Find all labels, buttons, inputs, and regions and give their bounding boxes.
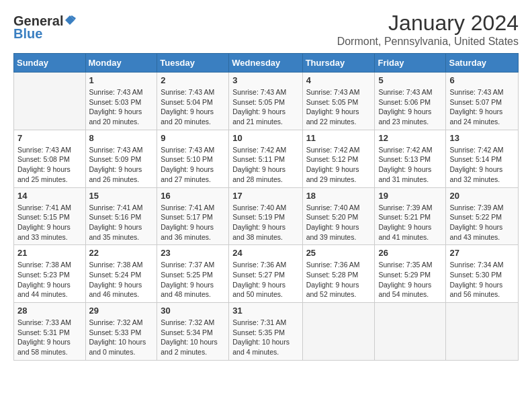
day-info: Sunrise: 7:34 AM Sunset: 5:30 PM Dayligh…: [449, 260, 515, 300]
calendar-cell: 18Sunrise: 7:40 AM Sunset: 5:20 PM Dayli…: [302, 187, 375, 245]
calendar-cell: 6Sunrise: 7:43 AM Sunset: 5:07 PM Daylig…: [446, 73, 519, 130]
calendar-table: SundayMondayTuesdayWednesdayThursdayFrid…: [13, 53, 519, 361]
day-number: 23: [161, 248, 225, 258]
day-info: Sunrise: 7:40 AM Sunset: 5:19 PM Dayligh…: [232, 203, 298, 242]
day-info: Sunrise: 7:43 AM Sunset: 5:06 PM Dayligh…: [378, 87, 442, 127]
day-info: Sunrise: 7:39 AM Sunset: 5:21 PM Dayligh…: [378, 203, 442, 242]
day-info: Sunrise: 7:32 AM Sunset: 5:34 PM Dayligh…: [161, 318, 225, 357]
day-number: 15: [89, 191, 154, 201]
calendar-cell: 16Sunrise: 7:41 AM Sunset: 5:17 PM Dayli…: [157, 187, 229, 245]
week-row-2: 7Sunrise: 7:43 AM Sunset: 5:08 PM Daylig…: [14, 130, 519, 187]
day-info: Sunrise: 7:36 AM Sunset: 5:28 PM Dayligh…: [306, 260, 371, 300]
calendar-cell: 11Sunrise: 7:42 AM Sunset: 5:12 PM Dayli…: [302, 130, 375, 187]
calendar-cell: 22Sunrise: 7:38 AM Sunset: 5:24 PM Dayli…: [85, 245, 157, 303]
logo: General Blue: [13, 13, 76, 42]
calendar-cell: [446, 303, 519, 361]
day-number: 10: [232, 133, 298, 143]
calendar-cell: 24Sunrise: 7:36 AM Sunset: 5:27 PM Dayli…: [229, 245, 302, 303]
day-info: Sunrise: 7:37 AM Sunset: 5:25 PM Dayligh…: [161, 260, 225, 300]
day-info: Sunrise: 7:38 AM Sunset: 5:23 PM Dayligh…: [17, 260, 82, 300]
weekday-header-wednesday: Wednesday: [229, 54, 302, 73]
day-info: Sunrise: 7:43 AM Sunset: 5:05 PM Dayligh…: [232, 87, 298, 127]
calendar-cell: 2Sunrise: 7:43 AM Sunset: 5:04 PM Daylig…: [157, 73, 229, 130]
day-number: 16: [161, 191, 225, 201]
day-info: Sunrise: 7:43 AM Sunset: 5:03 PM Dayligh…: [89, 87, 154, 127]
logo-blue-text: Blue: [13, 26, 42, 42]
weekday-header-saturday: Saturday: [446, 54, 519, 73]
day-info: Sunrise: 7:35 AM Sunset: 5:29 PM Dayligh…: [378, 260, 442, 300]
calendar-cell: 5Sunrise: 7:43 AM Sunset: 5:06 PM Daylig…: [375, 73, 446, 130]
day-info: Sunrise: 7:33 AM Sunset: 5:31 PM Dayligh…: [17, 318, 82, 357]
day-number: 25: [306, 248, 371, 258]
day-number: 7: [17, 133, 82, 143]
weekday-header-monday: Monday: [85, 54, 157, 73]
day-info: Sunrise: 7:42 AM Sunset: 5:12 PM Dayligh…: [306, 145, 371, 185]
logo-icon: [64, 14, 76, 26]
day-info: Sunrise: 7:43 AM Sunset: 5:04 PM Dayligh…: [161, 87, 225, 127]
calendar-cell: 13Sunrise: 7:42 AM Sunset: 5:14 PM Dayli…: [446, 130, 519, 187]
calendar-cell: [14, 73, 86, 130]
day-number: 19: [378, 191, 442, 201]
day-number: 4: [306, 75, 371, 85]
day-info: Sunrise: 7:43 AM Sunset: 5:05 PM Dayligh…: [306, 87, 371, 127]
day-info: Sunrise: 7:42 AM Sunset: 5:13 PM Dayligh…: [378, 145, 442, 185]
calendar-cell: 1Sunrise: 7:43 AM Sunset: 5:03 PM Daylig…: [85, 73, 157, 130]
day-number: 26: [378, 248, 442, 258]
week-row-1: 1Sunrise: 7:43 AM Sunset: 5:03 PM Daylig…: [14, 73, 519, 130]
day-number: 6: [449, 75, 515, 85]
calendar-cell: 19Sunrise: 7:39 AM Sunset: 5:21 PM Dayli…: [375, 187, 446, 245]
day-number: 14: [17, 191, 82, 201]
calendar-cell: 20Sunrise: 7:39 AM Sunset: 5:22 PM Dayli…: [446, 187, 519, 245]
day-info: Sunrise: 7:43 AM Sunset: 5:10 PM Dayligh…: [161, 145, 225, 185]
weekday-header-row: SundayMondayTuesdayWednesdayThursdayFrid…: [14, 54, 519, 73]
day-number: 22: [89, 248, 154, 258]
week-row-4: 21Sunrise: 7:38 AM Sunset: 5:23 PM Dayli…: [14, 245, 519, 303]
calendar-cell: 9Sunrise: 7:43 AM Sunset: 5:10 PM Daylig…: [157, 130, 229, 187]
weekday-header-tuesday: Tuesday: [157, 54, 229, 73]
calendar-cell: 25Sunrise: 7:36 AM Sunset: 5:28 PM Dayli…: [302, 245, 375, 303]
calendar-cell: [375, 303, 446, 361]
calendar-cell: 27Sunrise: 7:34 AM Sunset: 5:30 PM Dayli…: [446, 245, 519, 303]
day-number: 21: [17, 248, 82, 258]
day-info: Sunrise: 7:40 AM Sunset: 5:20 PM Dayligh…: [306, 203, 371, 242]
weekday-header-friday: Friday: [375, 54, 446, 73]
day-number: 31: [232, 306, 298, 316]
day-number: 13: [449, 133, 515, 143]
day-info: Sunrise: 7:41 AM Sunset: 5:17 PM Dayligh…: [161, 203, 225, 242]
calendar-cell: 30Sunrise: 7:32 AM Sunset: 5:34 PM Dayli…: [157, 303, 229, 361]
weekday-header-thursday: Thursday: [302, 54, 375, 73]
day-number: 8: [89, 133, 154, 143]
calendar-cell: 31Sunrise: 7:31 AM Sunset: 5:35 PM Dayli…: [229, 303, 302, 361]
day-info: Sunrise: 7:42 AM Sunset: 5:11 PM Dayligh…: [232, 145, 298, 185]
calendar-cell: 23Sunrise: 7:37 AM Sunset: 5:25 PM Dayli…: [157, 245, 229, 303]
weekday-header-sunday: Sunday: [14, 54, 86, 73]
day-number: 28: [17, 306, 82, 316]
day-number: 2: [161, 75, 225, 85]
day-info: Sunrise: 7:41 AM Sunset: 5:15 PM Dayligh…: [17, 203, 82, 242]
day-info: Sunrise: 7:38 AM Sunset: 5:24 PM Dayligh…: [89, 260, 154, 300]
calendar-cell: 29Sunrise: 7:32 AM Sunset: 5:33 PM Dayli…: [85, 303, 157, 361]
day-number: 18: [306, 191, 371, 201]
title-area: January 2024 Dormont, Pennsylvania, Unit…: [337, 11, 519, 48]
day-info: Sunrise: 7:36 AM Sunset: 5:27 PM Dayligh…: [232, 260, 298, 300]
day-number: 24: [232, 248, 298, 258]
calendar-cell: [302, 303, 375, 361]
calendar-cell: 7Sunrise: 7:43 AM Sunset: 5:08 PM Daylig…: [14, 130, 86, 187]
calendar-cell: 3Sunrise: 7:43 AM Sunset: 5:05 PM Daylig…: [229, 73, 302, 130]
week-row-3: 14Sunrise: 7:41 AM Sunset: 5:15 PM Dayli…: [14, 187, 519, 245]
day-number: 27: [449, 248, 515, 258]
day-number: 11: [306, 133, 371, 143]
day-number: 1: [89, 75, 154, 85]
day-number: 12: [378, 133, 442, 143]
calendar-cell: 26Sunrise: 7:35 AM Sunset: 5:29 PM Dayli…: [375, 245, 446, 303]
location-title: Dormont, Pennsylvania, United States: [337, 36, 519, 48]
day-number: 30: [161, 306, 225, 316]
week-row-5: 28Sunrise: 7:33 AM Sunset: 5:31 PM Dayli…: [14, 303, 519, 361]
calendar-cell: 14Sunrise: 7:41 AM Sunset: 5:15 PM Dayli…: [14, 187, 86, 245]
day-info: Sunrise: 7:43 AM Sunset: 5:09 PM Dayligh…: [89, 145, 154, 185]
day-number: 20: [449, 191, 515, 201]
calendar-cell: 28Sunrise: 7:33 AM Sunset: 5:31 PM Dayli…: [14, 303, 86, 361]
day-info: Sunrise: 7:42 AM Sunset: 5:14 PM Dayligh…: [449, 145, 515, 185]
header: General Blue January 2024 Dormont, Penns…: [13, 11, 519, 48]
calendar-cell: 4Sunrise: 7:43 AM Sunset: 5:05 PM Daylig…: [302, 73, 375, 130]
